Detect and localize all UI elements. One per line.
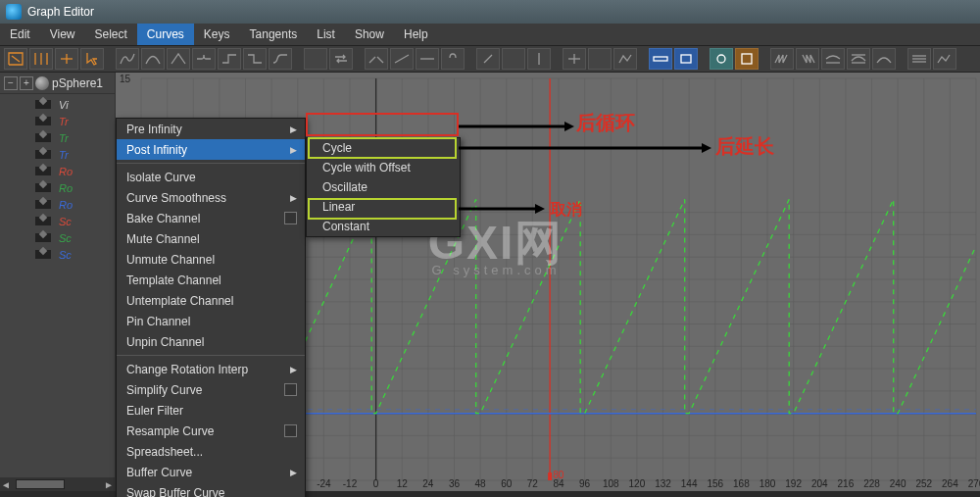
menuitem-post-infinity[interactable]: Post Infinity▶	[117, 139, 305, 160]
menu-list[interactable]: List	[307, 24, 345, 45]
menuitem-unmute-channel[interactable]: Unmute Channel	[117, 249, 305, 270]
menu-edit[interactable]: Edit	[0, 24, 40, 45]
tangent-linear-icon[interactable]	[167, 48, 190, 70]
menuitem-template-channel[interactable]: Template Channel	[117, 270, 305, 290]
lattice-icon[interactable]	[563, 48, 586, 70]
unify-tangent-icon[interactable]	[390, 48, 414, 70]
option-box-icon[interactable]	[284, 424, 297, 437]
menuitem-label: Post Infinity	[126, 143, 187, 157]
outliner-panel: − + pSphere1 ViTrTrTrRoRoRoScScSc ◄ ►	[0, 73, 116, 491]
svg-rect-14	[449, 58, 457, 64]
tool-frame-selection-icon[interactable]	[29, 48, 53, 70]
denormalize-icon[interactable]	[872, 48, 896, 70]
menuitem-swap-buffer-curve[interactable]: Swap Buffer Curve	[117, 482, 305, 497]
menu-show[interactable]: Show	[345, 24, 394, 45]
menuitem-change-rotation-interp[interactable]: Change Rotation Interp▶	[117, 359, 305, 379]
tangent-spline-icon[interactable]	[116, 48, 139, 70]
menu-help[interactable]: Help	[394, 24, 438, 45]
timeslider-toggle-icon[interactable]	[649, 48, 672, 70]
expand-plus-icon[interactable]: +	[20, 76, 33, 90]
channel-row[interactable]: Sc	[0, 213, 115, 229]
absolute-view-icon[interactable]	[933, 48, 956, 70]
titlebar: Graph Editor	[0, 0, 980, 24]
menuitem-pin-channel[interactable]: Pin Channel	[117, 311, 305, 331]
channel-row[interactable]: Sc	[0, 229, 115, 246]
mute-icon[interactable]	[476, 48, 500, 70]
stacked-icon[interactable]	[907, 48, 931, 70]
option-box-icon[interactable]	[284, 212, 297, 224]
channel-row[interactable]: Ro	[0, 163, 115, 179]
curve-snap-icon[interactable]	[821, 48, 845, 70]
pre-infinity-icon[interactable]	[770, 48, 794, 70]
scroll-thumb[interactable]	[16, 479, 65, 489]
channel-row[interactable]: Tr	[0, 129, 115, 146]
channel-label: Vi	[59, 99, 69, 111]
channel-label: Sc	[59, 249, 72, 261]
submenuitem-constant[interactable]: Constant	[307, 217, 460, 236]
lock-tangent-icon[interactable]	[441, 48, 465, 70]
tool-center-icon[interactable]	[55, 48, 78, 70]
menuitem-pre-infinity[interactable]: Pre Infinity▶	[117, 119, 305, 139]
break-tangent-icon[interactable]	[365, 48, 388, 70]
menuitem-isolate-curve[interactable]: Isolate Curve	[117, 167, 305, 187]
x-tick: 276	[968, 478, 980, 489]
menuitem-untemplate-channel[interactable]: Untemplate Channel	[117, 290, 305, 311]
bookmark-icon[interactable]	[735, 48, 759, 70]
isolate-icon[interactable]	[710, 48, 733, 70]
key-insert-icon[interactable]	[527, 48, 551, 70]
menuitem-label: Change Rotation Interp	[126, 363, 248, 376]
submenuitem-linear[interactable]: Linear	[307, 197, 460, 217]
key-add-icon[interactable]	[502, 48, 525, 70]
x-tick: 60	[501, 478, 512, 489]
submenuitem-cycle[interactable]: Cycle	[307, 138, 460, 158]
channel-row[interactable]: Ro	[0, 179, 115, 196]
menuitem-resample-curve[interactable]: Resample Curve	[117, 421, 305, 441]
scroll-right-icon[interactable]: ►	[103, 478, 115, 490]
outliner-scrollbar[interactable]: ◄ ►	[0, 477, 115, 491]
menu-curves[interactable]: Curves	[137, 24, 194, 45]
menu-select[interactable]: Select	[84, 24, 136, 45]
channel-row[interactable]: Vi	[0, 96, 115, 113]
scroll-left-icon[interactable]: ◄	[0, 478, 12, 490]
retime-icon[interactable]	[613, 48, 637, 70]
menu-keys[interactable]: Keys	[194, 24, 240, 45]
menuitem-simplify-curve[interactable]: Simplify Curve	[117, 379, 305, 400]
menuitem-buffer-curve[interactable]: Buffer Curve▶	[117, 462, 305, 482]
menuitem-euler-filter[interactable]: Euler Filter	[117, 400, 305, 421]
menuitem-label: Swap Buffer Curve	[126, 486, 225, 498]
channel-row[interactable]: Tr	[0, 113, 115, 129]
menu-tangents[interactable]: Tangents	[240, 24, 308, 45]
channel-row[interactable]: Tr	[0, 146, 115, 163]
collapse-minus-icon[interactable]: −	[4, 76, 18, 90]
option-box-icon[interactable]	[284, 383, 297, 396]
menuitem-mute-channel[interactable]: Mute Channel	[117, 228, 305, 249]
menuitem-label: Unpin Channel	[126, 335, 204, 349]
buffer-swap-icon[interactable]	[329, 48, 353, 70]
tangent-stepnext-icon[interactable]	[243, 48, 267, 70]
menuitem-unpin-channel[interactable]: Unpin Channel	[117, 331, 305, 352]
submenuitem-cycle-with-offset[interactable]: Cycle with Offset	[307, 158, 460, 177]
menu-view[interactable]: View	[40, 24, 85, 45]
outliner-header[interactable]: − + pSphere1	[0, 73, 115, 94]
tangent-clamped-icon[interactable]	[141, 48, 165, 70]
menuitem-curve-smoothness[interactable]: Curve Smoothness▶	[117, 187, 305, 208]
submenuitem-oscillate[interactable]: Oscillate	[307, 177, 460, 197]
x-tick: 48	[475, 478, 486, 489]
app-icon	[6, 4, 22, 20]
region-icon[interactable]	[588, 48, 612, 70]
tangent-flat-icon[interactable]	[192, 48, 216, 70]
menuitem-bake-channel[interactable]: Bake Channel	[117, 208, 305, 228]
autokey-icon[interactable]	[674, 48, 698, 70]
channel-row[interactable]: Sc	[0, 246, 115, 263]
x-tick: 0	[373, 478, 379, 489]
channel-row[interactable]: Ro	[0, 196, 115, 213]
tangent-plateau-icon[interactable]	[269, 48, 292, 70]
free-tangent-icon[interactable]	[416, 48, 439, 70]
normalize-icon[interactable]	[847, 48, 870, 70]
tool-frame-all-icon[interactable]	[4, 48, 27, 70]
tool-arrow-icon[interactable]	[80, 48, 104, 70]
menuitem-spreadsheet-[interactable]: Spreadsheet...	[117, 441, 305, 462]
tangent-step-icon[interactable]	[218, 48, 241, 70]
buffer-snapshot-icon[interactable]	[304, 48, 327, 70]
post-infinity-icon[interactable]	[796, 48, 819, 70]
